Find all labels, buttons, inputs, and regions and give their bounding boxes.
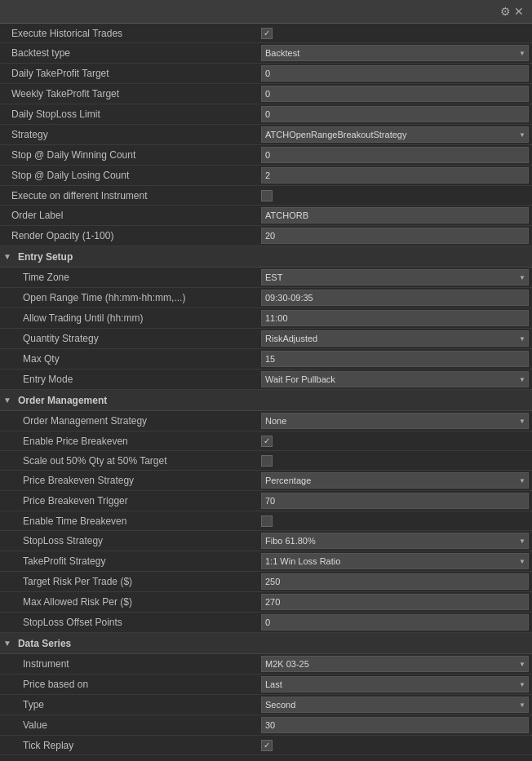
row-price-breakeven-trigger: Price Breakeven Trigger [0, 491, 532, 511]
row-quantity-strategy: Quantity StrategyRiskAdjustedFixed [0, 329, 532, 349]
collapse-icon-data-series: ▼ [3, 639, 11, 648]
row-stoploss-offset-points: StopLoss Offset Points [0, 613, 532, 633]
row-enable-price-breakeven: Enable Price Breakeven✓ [0, 431, 532, 451]
row-stop-daily-winning: Stop @ Daily Winning Count [0, 145, 532, 166]
row-scale-out-50: Scale out 50% Qty at 50% Target [0, 451, 532, 471]
title-bar: ⚙ ✕ [0, 0, 532, 24]
row-execute-historical-trades: Execute Historical Trades✓ [0, 24, 532, 43]
row-instrument: InstrumentM2K 03-25ES 03-25 [0, 654, 532, 675]
row-open-range-time: Open Range Time (hh:mm-hh:mm,...) [0, 288, 532, 308]
row-order-management-strategy: Order Management StrategyNoneCustom [0, 411, 532, 431]
row-takeprofit-strategy: TakeProfit Strategy1:1 Win Loss RatioFix… [0, 551, 532, 572]
section-label-order-management: Order Management [13, 395, 107, 406]
section-header-data-series[interactable]: ▼Data Series [0, 633, 532, 654]
row-price-based-on: Price based onLastBidAsk [0, 675, 532, 695]
row-max-allowed-risk-per: Max Allowed Risk Per ($) [0, 592, 532, 613]
row-price-breakeven-strategy: Price Breakeven StrategyPercentageFixed [0, 471, 532, 491]
section-label-entry-setup: Entry Setup [13, 251, 73, 263]
row-execute-different-instrument: Execute on different Instrument [0, 186, 532, 206]
row-target-risk-per-trade: Target Risk Per Trade ($) [0, 572, 532, 592]
collapse-icon-order-management: ▼ [3, 396, 11, 405]
row-stop-daily-losing: Stop @ Daily Losing Count [0, 166, 532, 186]
row-weekly-takeprofit-target: Weekly TakeProfit Target [0, 84, 532, 104]
row-max-qty: Max Qty [0, 349, 532, 369]
row-allow-trading-until: Allow Trading Until (hh:mm) [0, 308, 532, 329]
row-render-opacity: Render Opacity (1-100) [0, 226, 532, 246]
row-type: TypeSecondMinuteHour [0, 695, 532, 715]
row-value: Value [0, 715, 532, 736]
settings-container: Execute Historical Trades✓Backtest typeB… [0, 24, 532, 755]
title-bar-icons: ⚙ ✕ [500, 5, 524, 18]
row-daily-stoploss-limit: Daily StopLoss Limit [0, 104, 532, 125]
row-tick-replay: Tick Replay✓ [0, 736, 532, 755]
row-daily-takeprofit-target: Daily TakeProfit Target [0, 64, 532, 84]
settings-icon[interactable]: ⚙ [500, 5, 511, 18]
close-icon[interactable]: ✕ [514, 5, 524, 18]
section-label-data-series: Data Series [13, 638, 71, 649]
row-order-label: Order Label [0, 206, 532, 226]
section-header-entry-setup[interactable]: ▼Entry Setup [0, 246, 532, 268]
row-strategy: StrategyATCHOpenRangeBreakoutStrategy [0, 125, 532, 145]
row-entry-mode: Entry ModeWait For PullbackMarketLimit [0, 369, 532, 390]
row-stoploss-strategy: StopLoss StrategyFibo 61.80%FixedATR [0, 531, 532, 551]
section-header-order-management[interactable]: ▼Order Management [0, 390, 532, 411]
collapse-icon-entry-setup: ▼ [3, 252, 11, 261]
row-enable-time-breakeven: Enable Time Breakeven [0, 511, 532, 531]
row-time-zone: Time ZoneESTCSTPST [0, 268, 532, 288]
row-backtest-type: Backtest typeBacktestLive [0, 43, 532, 64]
